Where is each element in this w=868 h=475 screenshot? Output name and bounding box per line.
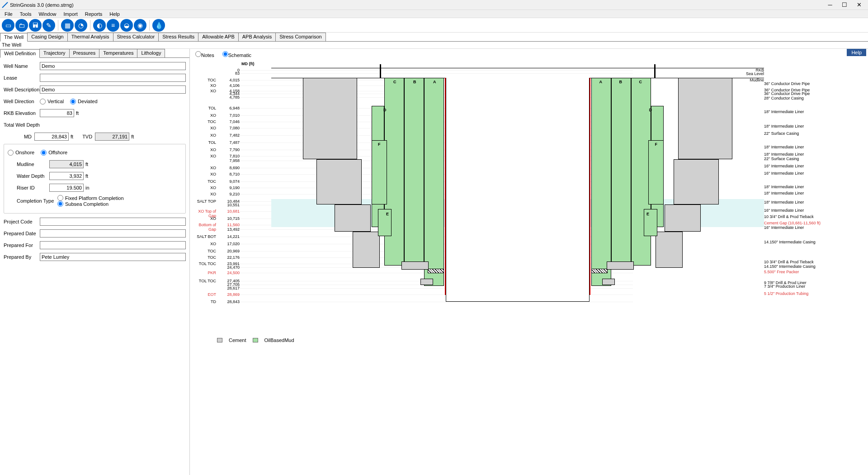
rkb-unit: ft (76, 110, 79, 116)
depth-value: 28,869 (217, 292, 240, 297)
tool-d-icon[interactable]: ◉ (134, 19, 146, 32)
depth-value: 7,482 (217, 133, 240, 138)
subtab-pressures[interactable]: Pressures (69, 49, 100, 57)
well-name-input[interactable] (40, 62, 186, 70)
subtab-well-definition[interactable]: Well Definition (0, 49, 40, 58)
prepby-input[interactable] (40, 253, 186, 261)
mudline-label: Mudline (8, 162, 49, 167)
casing-label: 7 3/4" Production Liner (764, 284, 805, 289)
depth-label: XO (195, 83, 216, 88)
depth-label: TOL (195, 140, 216, 145)
tool-b-icon[interactable]: ≡ (107, 19, 119, 32)
schematic-radio[interactable]: Schematic (222, 51, 251, 58)
casing-label: 14.150" Intermediate Casing (764, 240, 816, 244)
menubar: File Tools Window Import Reports Help (0, 10, 868, 18)
depth-label: PKR (195, 271, 216, 275)
waterdepth-label: Water Depth (8, 173, 49, 179)
riser-input[interactable] (49, 184, 84, 192)
depth-label: TOL (195, 106, 216, 110)
lease-input[interactable] (40, 74, 186, 82)
offshore-radio[interactable]: Offshore (41, 150, 67, 156)
mudline-input (49, 160, 84, 168)
gauge-icon[interactable]: ◔ (75, 19, 87, 32)
toolbar: ▭ 🗀 🖬 ✎ ▦ ◔ ◐ ≡ ◒ ◉ 💧 (0, 18, 868, 33)
tab-apb-analysis[interactable]: APB Analysis (238, 33, 276, 41)
dir-deviated-radio[interactable]: Deviated (70, 99, 97, 104)
minimize-button[interactable]: ─ (823, 1, 837, 8)
projcode-input[interactable] (40, 218, 186, 226)
close-button[interactable]: ✕ (852, 1, 866, 8)
depth-value: 7,487 (217, 140, 240, 145)
menu-import[interactable]: Import (60, 11, 81, 17)
menu-tools[interactable]: Tools (16, 11, 35, 17)
comp-subsea-radio[interactable]: Subsea Completion (57, 201, 124, 207)
subtab-lithology[interactable]: Lithology (137, 49, 165, 57)
depth-label: TOC (195, 179, 216, 184)
comptype-label: Completion Type (8, 198, 57, 204)
depth-label: TD (195, 299, 216, 304)
save-icon[interactable]: 🖬 (29, 19, 42, 32)
prepfor-input[interactable] (40, 241, 186, 249)
fluid-icon[interactable]: 💧 (152, 19, 165, 32)
tab-stress-calculator[interactable]: Stress Calculator (113, 33, 159, 41)
onshore-radio[interactable]: Onshore (8, 150, 34, 156)
depth-label: SALT BOT (195, 234, 216, 239)
notes-radio[interactable]: Notes (195, 51, 214, 58)
md-input[interactable] (34, 133, 69, 141)
subtab-trajectory[interactable]: Trajectory (39, 49, 70, 57)
maximize-button[interactable]: ☐ (837, 1, 852, 8)
dir-vertical-radio[interactable]: Vertical (40, 99, 64, 104)
well-desc-input[interactable] (40, 86, 186, 94)
annulus-letter: A (433, 80, 436, 84)
calc-icon[interactable]: ▦ (61, 19, 74, 32)
legend: Cement OilBasedMud (190, 337, 868, 343)
window-title: StrinGnosis 3.0 (demo.strng) (10, 2, 823, 8)
tab-allowable-apb[interactable]: Allowable APB (198, 33, 239, 41)
tab-stress-comparison[interactable]: Stress Comparison (275, 33, 326, 41)
mudline-ref: Mudline (750, 78, 764, 82)
depth-value: 24,470 (217, 265, 240, 270)
right-panel: Help Notes Schematic MD (ft) 083TOC4,015… (190, 49, 868, 475)
annulus-letter: D (649, 108, 652, 112)
depth-value: 9,190 (217, 185, 240, 190)
tab-thermal-analysis[interactable]: Thermal Analysis (67, 33, 113, 41)
legend-cement-swatch (217, 338, 222, 342)
depth-value: 7,958 (217, 158, 240, 163)
depth-value: 22,176 (217, 255, 240, 260)
depth-label: XO (195, 89, 216, 93)
subtab-temperatures[interactable]: Temperatures (99, 49, 137, 57)
menu-window[interactable]: Window (35, 11, 60, 17)
menu-file[interactable]: File (1, 11, 16, 17)
casing-label: 18" Intermediate Liner (764, 124, 804, 128)
comp-fixed-radio[interactable]: Fixed Platform Completion (57, 195, 124, 201)
lease-label: Lease (4, 75, 40, 81)
open-icon[interactable]: 🗀 (15, 19, 28, 32)
depth-value: 4,106 (217, 83, 240, 88)
rkb-input[interactable] (40, 109, 74, 117)
legend-cement-label: Cement (229, 337, 246, 343)
depth-value: 8,710 (217, 172, 240, 176)
tab-casing-design[interactable]: Casing Design (27, 33, 68, 41)
casing-label: 16" Intermediate Liner (764, 208, 804, 213)
depth-label: XO (195, 147, 216, 152)
new-icon[interactable]: ▭ (2, 19, 14, 32)
annulus-letter: B (413, 80, 416, 84)
prepdate-input[interactable] (40, 229, 186, 238)
depth-label: TOC (195, 255, 216, 260)
tvd-unit: ft (131, 134, 134, 139)
annulus-letter: D (383, 108, 387, 112)
menu-help[interactable]: Help (106, 11, 123, 17)
help-button[interactable]: Help (847, 49, 866, 56)
tab-the-well[interactable]: The Well (0, 33, 28, 42)
tool-c-icon[interactable]: ◒ (120, 19, 133, 32)
depth-value: 7,010 (217, 113, 240, 118)
tool-a-icon[interactable]: ◐ (93, 19, 106, 32)
menu-reports[interactable]: Reports (81, 11, 106, 17)
waterdepth-input[interactable] (49, 172, 84, 180)
location-group: Onshore Offshore Mudline ft Water Depth … (4, 144, 186, 214)
sealevel-ref: Sea Level (746, 71, 764, 76)
edit-icon[interactable]: ✎ (42, 19, 55, 32)
tab-stress-results[interactable]: Stress Results (158, 33, 198, 41)
depth-value: 28,843 (217, 299, 240, 304)
waterdepth-unit: ft (85, 173, 88, 179)
